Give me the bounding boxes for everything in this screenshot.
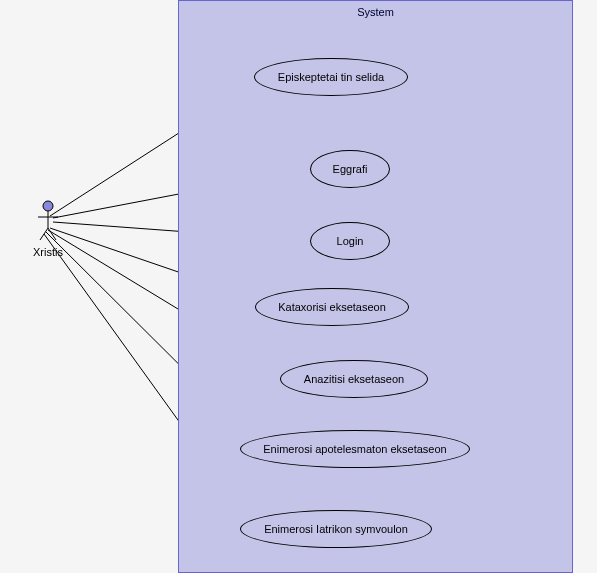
usecase-label: Anazitisi eksetaseon <box>304 373 404 385</box>
usecase-label: Eggrafi <box>333 163 368 175</box>
usecase-2[interactable]: Login <box>310 222 390 260</box>
usecase-label: Episkeptetai tin selida <box>278 71 384 83</box>
actor-icon <box>38 200 58 242</box>
usecase-label: Kataxorisi eksetaseon <box>278 301 386 313</box>
usecase-3[interactable]: Kataxorisi eksetaseon <box>255 288 409 326</box>
actor-label: Xristis <box>28 246 68 258</box>
usecase-label: Login <box>337 235 364 247</box>
usecase-0[interactable]: Episkeptetai tin selida <box>254 58 408 96</box>
usecase-1[interactable]: Eggrafi <box>310 150 390 188</box>
svg-point-7 <box>43 201 53 211</box>
usecase-6[interactable]: Enimerosi Iatrikon symvoulon <box>240 510 432 548</box>
usecase-label: Enimerosi apotelesmaton eksetaseon <box>263 443 446 455</box>
system-label: System <box>357 6 394 18</box>
usecase-5[interactable]: Enimerosi apotelesmaton eksetaseon <box>240 430 470 468</box>
actor-xristis[interactable] <box>38 200 58 244</box>
svg-line-10 <box>40 228 48 240</box>
usecase-label: Enimerosi Iatrikon symvoulon <box>264 523 408 535</box>
svg-line-11 <box>48 228 56 240</box>
usecase-4[interactable]: Anazitisi eksetaseon <box>280 360 428 398</box>
